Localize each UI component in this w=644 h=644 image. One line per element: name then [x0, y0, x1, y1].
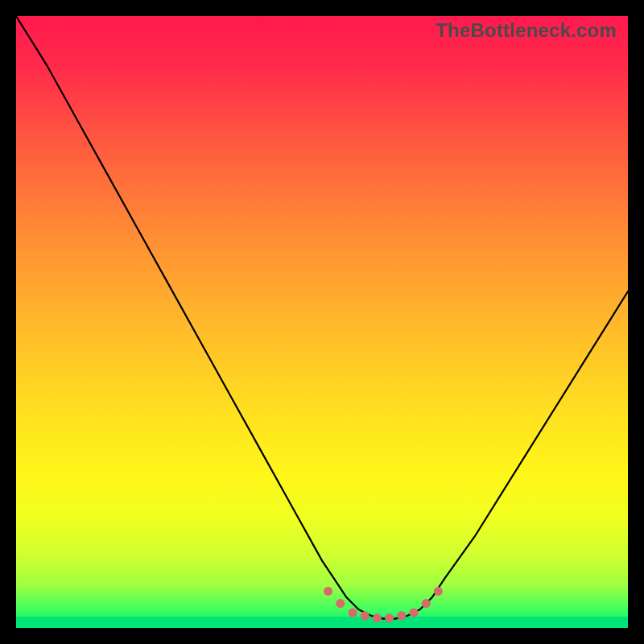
curve-layer	[16, 16, 628, 628]
chart-series	[16, 16, 628, 619]
plot-area: TheBottleneck.com	[16, 16, 628, 628]
marker-dot	[434, 587, 443, 596]
watermark-label: TheBottleneck.com	[436, 19, 617, 42]
marker-dot	[336, 599, 345, 608]
bottleneck-curve	[16, 16, 628, 619]
marker-dot	[349, 609, 357, 617]
chart-frame: TheBottleneck.com	[0, 0, 644, 644]
marker-dot	[385, 613, 394, 622]
marker-dot	[410, 609, 419, 617]
marker-dot	[422, 599, 431, 608]
marker-dot	[361, 611, 369, 620]
marker-dot	[324, 587, 332, 596]
optimal-range-dots	[324, 587, 443, 622]
marker-dot	[373, 613, 382, 622]
marker-dot	[397, 611, 406, 620]
